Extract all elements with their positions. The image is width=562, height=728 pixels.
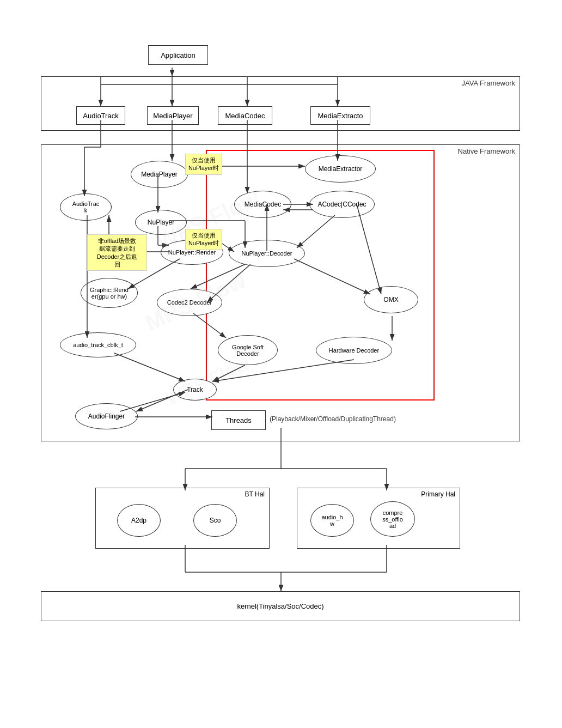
compress-offload-node: compre ss_offlo ad (370, 501, 415, 537)
compress-offload-label: compre ss_offlo ad (382, 509, 403, 529)
mediaplayer-native-node: MediaPlayer (131, 161, 188, 188)
mediaextractor-native-label: MediaExtractor (319, 165, 363, 173)
nuplayer-decoder-node: NuPlayer::Decoder (229, 240, 305, 267)
audiotrack-native-label: AudioTrac k (72, 201, 100, 214)
graphic-renderer-label: Graphic::Rend er(gpu or hw) (90, 287, 129, 300)
audioflinger-node: AudioFlinger (75, 403, 138, 429)
bt-hal-label: BT Hal (245, 490, 265, 498)
mediaextractor-native-node: MediaExtractor (305, 155, 376, 183)
mediaplayer-java-node: MediaPlayer (147, 106, 199, 125)
omx-label: OMX (383, 296, 398, 304)
audioflinger-label: AudioFlinger (88, 412, 125, 420)
nuplayer-decoder-label: NuPlayer::Decoder (242, 250, 292, 257)
diagram-container: Application JAVA Framework AudioTrack Me… (0, 0, 562, 728)
note2: 仅当使用 NuPlayer时 (185, 229, 222, 250)
audiotrack-java-label: AudioTrack (83, 112, 118, 120)
codec2-decoder-label: Codec2 Decoder (167, 299, 212, 306)
note2-label: 仅当使用 NuPlayer时 (188, 232, 219, 246)
application-node: Application (148, 45, 208, 65)
native-framework-label: Native Framework (458, 147, 515, 155)
mediaplayer-java-label: MediaPlayer (153, 112, 192, 120)
mediaplayer-native-label: MediaPlayer (141, 171, 178, 178)
graphic-renderer-node: Graphic::Rend er(gpu or hw) (81, 278, 138, 308)
mediacodec-native-node: MediaCodec (234, 191, 291, 218)
audiotrack-native-node: AudioTrac k (60, 193, 112, 221)
kernel-label: kernel(Tinyalsa/Soc/Codec) (237, 602, 323, 610)
audio-hw-label: audio_h w (321, 514, 343, 527)
track-label: Track (187, 386, 203, 393)
acodec-ccodec-label: ACodec|CCodec (317, 201, 366, 208)
nuplayer-renderer-label: NuPlayer::Render (168, 249, 216, 256)
a2dp-node: A2dp (117, 504, 161, 537)
google-soft-decoder-label: Google Soft Decoder (232, 344, 264, 357)
java-framework-label: JAVA Framework (462, 79, 515, 87)
hardware-decoder-node: Hardware Decoder (316, 337, 392, 364)
primary-hal-label: Primary Hal (421, 490, 455, 498)
nuplayer-node: NuPlayer (135, 210, 187, 235)
mediacodec-java-node: MediaCodec (218, 106, 272, 125)
audio-track-cblk-label: audio_track_cblk_t (73, 342, 123, 348)
mediacodec-java-label: MediaCodec (225, 112, 265, 120)
audio-hw-node: audio_h w (310, 504, 354, 537)
hardware-decoder-label: Hardware Decoder (329, 347, 379, 354)
acodec-ccodec-node: ACodec|CCodec (309, 191, 375, 218)
audiotrack-java-node: AudioTrack (76, 106, 125, 125)
note3-label: 非offlad场景数 据流需要走到 Decoder之后返 回 (97, 238, 138, 268)
track-node: Track (173, 379, 217, 401)
mediaextractor-java-label: MediaExtracto (317, 112, 363, 120)
a2dp-label: A2dp (131, 517, 146, 524)
application-label: Application (161, 51, 196, 59)
omx-node: OMX (364, 286, 418, 313)
mediacodec-native-label: MediaCodec (245, 201, 281, 208)
threads-node: Threads (211, 410, 266, 430)
codec2-decoder-node: Codec2 Decoder (157, 289, 222, 316)
mediaextractor-java-node: MediaExtracto (310, 106, 370, 125)
note1-label: 仅当使用 NuPlayer时 (188, 157, 219, 171)
google-soft-decoder-node: Google Soft Decoder (218, 335, 278, 365)
nuplayer-label: NuPlayer (148, 219, 174, 226)
threads-label: Threads (225, 416, 252, 424)
audio-track-cblk-node: audio_track_cblk_t (60, 332, 136, 357)
sco-label: Sco (210, 517, 221, 524)
sco-node: Sco (193, 504, 237, 537)
kernel-box: kernel(Tinyalsa/Soc/Codec) (41, 591, 520, 621)
note1: 仅当使用 NuPlayer时 (185, 154, 222, 175)
note3: 非offlad场景数 据流需要走到 Decoder之后返 回 (87, 234, 147, 271)
